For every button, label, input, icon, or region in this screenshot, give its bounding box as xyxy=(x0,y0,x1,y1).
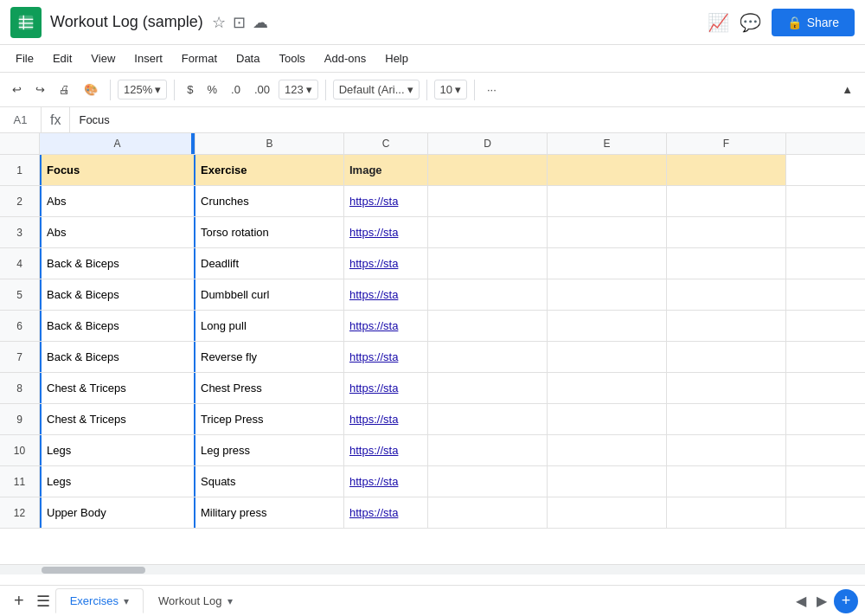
cell-a10[interactable]: Legs xyxy=(40,435,195,465)
redo-button[interactable]: ↪ xyxy=(30,80,50,99)
app-icon[interactable] xyxy=(10,7,42,38)
paint-format-button[interactable]: 🎨 xyxy=(79,80,103,99)
scroll-right-button[interactable]: ▶ xyxy=(813,591,830,611)
cell-a6[interactable]: Back & Biceps xyxy=(40,311,195,341)
cell-a4[interactable]: Back & Biceps xyxy=(40,248,195,279)
folder-icon[interactable]: ⊡ xyxy=(233,13,246,32)
menu-view[interactable]: View xyxy=(82,48,124,68)
cell-d1[interactable] xyxy=(428,155,548,185)
cell-e4[interactable] xyxy=(548,248,667,279)
cell-f9[interactable] xyxy=(667,404,786,434)
cell-c5[interactable]: https://sta xyxy=(344,279,428,310)
cell-c1[interactable]: Image xyxy=(344,155,428,185)
cell-b4[interactable]: Deadlift xyxy=(195,248,344,279)
cell-d8[interactable] xyxy=(428,373,548,403)
cloud-icon[interactable]: ☁ xyxy=(253,13,268,32)
cell-c8[interactable]: https://sta xyxy=(344,373,428,403)
cell-e6[interactable] xyxy=(548,311,667,341)
menu-addons[interactable]: Add-ons xyxy=(316,48,375,68)
cell-e10[interactable] xyxy=(548,435,667,465)
cell-f3[interactable] xyxy=(667,217,786,247)
zoom-dropdown[interactable]: 125% ▾ xyxy=(118,80,167,99)
cell-d9[interactable] xyxy=(428,404,548,434)
tab-workout-log-dropdown-icon[interactable]: ▾ xyxy=(227,595,233,607)
cell-e1[interactable] xyxy=(548,155,667,185)
cell-a7[interactable]: Back & Biceps xyxy=(40,342,195,372)
cell-d7[interactable] xyxy=(428,342,548,372)
comment-icon[interactable]: 💬 xyxy=(740,12,761,33)
star-icon[interactable]: ☆ xyxy=(212,13,226,32)
cell-d11[interactable] xyxy=(428,466,548,497)
tab-exercises[interactable]: Exercises ▾ xyxy=(55,588,144,613)
tab-exercises-dropdown-icon[interactable]: ▾ xyxy=(124,595,129,607)
formula-value[interactable]: Focus xyxy=(70,113,865,126)
cell-b1[interactable]: Exercise xyxy=(195,155,344,185)
cell-a2[interactable]: Abs xyxy=(40,186,195,216)
cell-f7[interactable] xyxy=(667,342,786,372)
new-sheet-button[interactable]: + xyxy=(834,589,858,613)
cell-f5[interactable] xyxy=(667,279,786,310)
activity-icon[interactable]: 📈 xyxy=(708,12,729,33)
cell-d10[interactable] xyxy=(428,435,548,465)
cell-b9[interactable]: Tricep Press xyxy=(195,404,344,434)
percent-button[interactable]: % xyxy=(202,80,222,99)
cell-e3[interactable] xyxy=(548,217,667,247)
decimal-increase-button[interactable]: .00 xyxy=(249,80,275,99)
cell-f1[interactable] xyxy=(667,155,786,185)
decimal-decrease-button[interactable]: .0 xyxy=(226,80,246,99)
cell-b2[interactable]: Crunches xyxy=(195,186,344,216)
scroll-thumb[interactable] xyxy=(42,567,145,574)
cell-c12[interactable]: https://sta xyxy=(344,497,428,528)
add-sheet-button[interactable]: + xyxy=(7,591,31,611)
font-size-dropdown[interactable]: 10 ▾ xyxy=(434,80,467,99)
menu-help[interactable]: Help xyxy=(376,48,417,68)
cell-b7[interactable]: Reverse fly xyxy=(195,342,344,372)
formula-sigma-icon[interactable]: fx xyxy=(42,107,70,132)
cell-f8[interactable] xyxy=(667,373,786,403)
cell-d6[interactable] xyxy=(428,311,548,341)
cell-b11[interactable]: Squats xyxy=(195,466,344,497)
tab-workout-log[interactable]: Workout Log ▾ xyxy=(144,588,247,613)
menu-insert[interactable]: Insert xyxy=(125,48,171,68)
cell-a8[interactable]: Chest & Triceps xyxy=(40,373,195,403)
cell-d5[interactable] xyxy=(428,279,548,310)
cell-f6[interactable] xyxy=(667,311,786,341)
cell-f2[interactable] xyxy=(667,186,786,216)
menu-edit[interactable]: Edit xyxy=(44,48,80,68)
cell-e12[interactable] xyxy=(548,497,667,528)
cell-d12[interactable] xyxy=(428,497,548,528)
format-123-dropdown[interactable]: 123 ▾ xyxy=(279,80,318,99)
cell-a9[interactable]: Chest & Triceps xyxy=(40,404,195,434)
col-header-f[interactable]: F xyxy=(667,133,786,154)
cell-a12[interactable]: Upper Body xyxy=(40,497,195,528)
cell-d2[interactable] xyxy=(428,186,548,216)
menu-data[interactable]: Data xyxy=(227,48,268,68)
share-button[interactable]: 🔒 Share xyxy=(772,9,855,36)
col-header-a[interactable]: A xyxy=(40,133,195,154)
col-header-c[interactable]: C xyxy=(344,133,428,154)
undo-button[interactable]: ↩ xyxy=(7,80,27,99)
cell-c4[interactable]: https://sta xyxy=(344,248,428,279)
cell-b10[interactable]: Leg press xyxy=(195,435,344,465)
currency-button[interactable]: $ xyxy=(182,80,198,99)
cell-f12[interactable] xyxy=(667,497,786,528)
more-options-button[interactable]: ··· xyxy=(482,80,502,99)
cell-c3[interactable]: https://sta xyxy=(344,217,428,247)
cell-d3[interactable] xyxy=(428,217,548,247)
cell-e8[interactable] xyxy=(548,373,667,403)
cell-b8[interactable]: Chest Press xyxy=(195,373,344,403)
cell-f4[interactable] xyxy=(667,248,786,279)
menu-tools[interactable]: Tools xyxy=(270,48,313,68)
cell-e11[interactable] xyxy=(548,466,667,497)
cell-c6[interactable]: https://sta xyxy=(344,311,428,341)
cell-c7[interactable]: https://sta xyxy=(344,342,428,372)
menu-format[interactable]: Format xyxy=(173,48,226,68)
cell-b6[interactable]: Long pull xyxy=(195,311,344,341)
cell-b12[interactable]: Military press xyxy=(195,497,344,528)
cell-reference[interactable]: A1 xyxy=(0,107,42,132)
col-header-b[interactable]: B xyxy=(195,133,344,154)
cell-a5[interactable]: Back & Biceps xyxy=(40,279,195,310)
print-button[interactable]: 🖨 xyxy=(54,80,75,99)
cell-f11[interactable] xyxy=(667,466,786,497)
cell-e2[interactable] xyxy=(548,186,667,216)
